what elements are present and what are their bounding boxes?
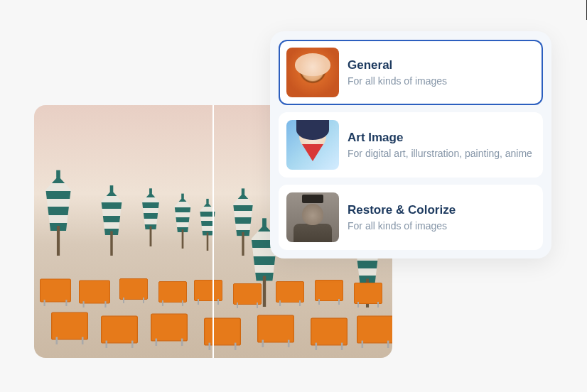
option-text: Art Image For digital art, illurstration… [348, 131, 535, 159]
option-description: For all kinds of images [348, 220, 535, 232]
option-text: General For all kinds of images [348, 58, 535, 87]
option-description: For digital art, illurstration, painting… [348, 148, 535, 159]
mode-selector-panel: General For all kinds of images Art Imag… [270, 31, 551, 258]
mode-option-art-image[interactable]: Art Image For digital art, illurstration… [279, 112, 543, 178]
comparison-slider-handle[interactable] [212, 105, 214, 358]
option-title: Restore & Colorize [348, 203, 535, 217]
option-title: Art Image [348, 131, 535, 145]
portrait-woman-icon [286, 48, 339, 97]
mode-option-restore-colorize[interactable]: Restore & Colorize For all kinds of imag… [279, 185, 543, 250]
option-title: General [348, 58, 535, 72]
option-text: Restore & Colorize For all kinds of imag… [348, 203, 535, 232]
mode-option-general[interactable]: General For all kinds of images [279, 40, 543, 105]
anime-girl-icon [286, 120, 339, 170]
option-description: For all kinds of images [348, 75, 535, 87]
vintage-portrait-icon [286, 192, 339, 242]
